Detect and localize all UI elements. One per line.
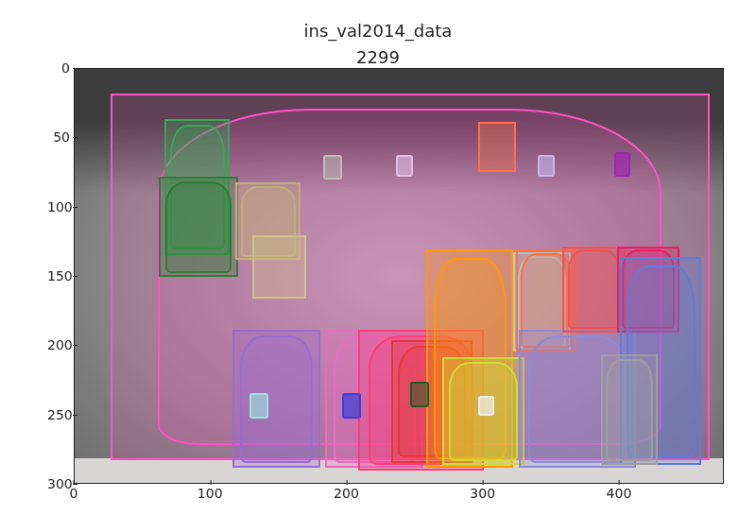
annotation-box	[164, 119, 230, 255]
annotation-box	[249, 393, 268, 418]
annotation-box	[252, 235, 307, 299]
annotation-mask	[434, 258, 507, 459]
y-tick: 100	[47, 199, 70, 215]
annotation-box	[323, 155, 342, 180]
y-tick: 50	[47, 129, 70, 145]
x-tick: 300	[470, 486, 495, 501]
annotation-box	[538, 155, 554, 177]
y-tick: 250	[47, 407, 70, 422]
annotation-box	[426, 249, 513, 469]
annotation-mask	[521, 253, 571, 348]
annotation-box	[396, 155, 412, 177]
annotation-mask	[568, 249, 621, 329]
annotation-mask	[627, 266, 696, 456]
annotation-box	[620, 257, 702, 465]
annotation-box	[519, 330, 636, 469]
annotation-box	[410, 382, 429, 406]
figure-suptitle: ins_val2014_data	[0, 21, 756, 41]
y-tick: 150	[47, 268, 70, 283]
annotation-box	[601, 354, 659, 465]
annotation-box	[391, 340, 473, 462]
annotation-box	[325, 330, 423, 469]
annotation-mask	[528, 335, 627, 463]
annotation-mask	[165, 181, 232, 273]
x-tick: 100	[198, 486, 223, 501]
y-tick: 0	[47, 60, 70, 76]
figure: ins_val2014_data 2299 0100200300400 0501…	[0, 0, 756, 532]
annotation-mask	[622, 249, 675, 329]
annotation-mask	[241, 186, 296, 258]
plot-axes	[74, 68, 724, 484]
annotation-box	[562, 247, 625, 333]
annotation-overlay	[75, 69, 723, 483]
annotation-box	[614, 152, 630, 177]
annotation-box	[235, 182, 301, 260]
image-layer	[75, 69, 723, 483]
annotation-box	[478, 122, 516, 172]
annotation-mask	[398, 346, 467, 458]
annotation-mask	[170, 125, 225, 249]
annotation-box	[232, 330, 319, 469]
annotation-mask	[606, 359, 654, 461]
annotation-box	[342, 393, 361, 418]
annotation-mask	[518, 256, 566, 348]
annotation-box	[617, 247, 679, 333]
axes-title: 2299	[0, 47, 756, 67]
y-tick: 200	[47, 337, 70, 352]
x-tick: 200	[334, 486, 359, 501]
x-tick: 400	[607, 486, 632, 501]
annotation-box	[478, 396, 494, 416]
annotation-box	[513, 252, 571, 352]
y-tick: 300	[47, 476, 70, 491]
annotation-box	[159, 177, 238, 277]
annotation-box	[516, 249, 576, 352]
